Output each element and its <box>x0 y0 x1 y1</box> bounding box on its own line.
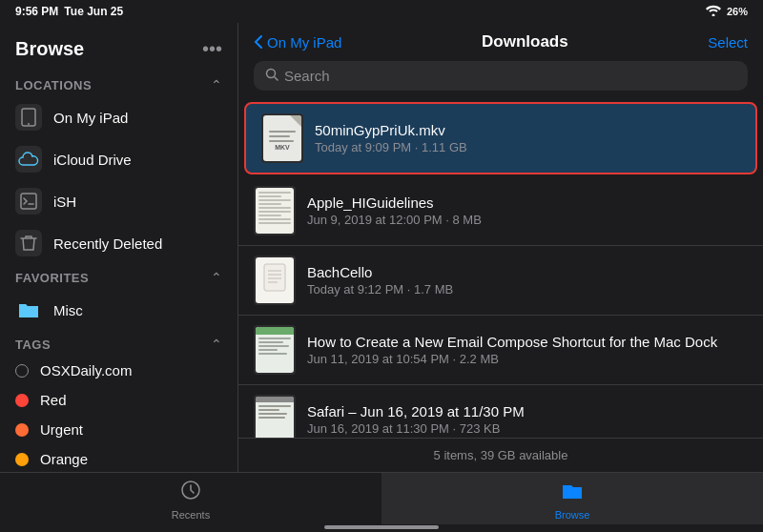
file-thumbnail-safari <box>254 395 296 438</box>
file-name-mkv: 50minGypPriUk.mkv <box>315 122 740 138</box>
back-label: On My iPad <box>267 34 341 51</box>
content-header: On My iPad Downloads Select <box>238 23 763 51</box>
home-indicator <box>0 524 763 532</box>
tags-chevron-icon[interactable]: ⌃ <box>211 337 222 352</box>
tag-urgent-dot <box>15 423 29 437</box>
file-name-safari: Safari – Jun 16, 2019 at 11/30 PM <box>307 403 748 419</box>
status-date: Tue Jun 25 <box>64 5 123 18</box>
sidebar-item-on-my-ipad[interactable]: On My iPad <box>0 96 237 138</box>
icloud-drive-label: iCloud Drive <box>53 152 132 168</box>
tag-red-dot <box>15 394 29 407</box>
file-info-safari: Safari – Jun 16, 2019 at 11/30 PM Jun 16… <box>307 403 748 436</box>
file-item-safari[interactable]: Safari – Jun 16, 2019 at 11/30 PM Jun 16… <box>238 385 763 438</box>
file-info-mkv: 50minGypPriUk.mkv Today at 9:09 PM · 1.1… <box>315 122 740 154</box>
tab-recents[interactable]: Recents <box>0 473 382 524</box>
tag-orange[interactable]: Orange <box>0 444 237 472</box>
tab-browse[interactable]: Browse <box>382 473 763 524</box>
file-item-hig[interactable]: Apple_HIGuidelines Jun 9, 2019 at 12:00 … <box>238 176 763 246</box>
file-meta-email-shortcut: Jun 11, 2019 at 10:54 PM · 2.2 MB <box>307 352 748 366</box>
file-meta-cello: Today at 9:12 PM · 1.7 MB <box>307 282 748 297</box>
search-bar[interactable]: Search <box>254 61 748 91</box>
sidebar-item-icloud-drive[interactable]: iCloud Drive <box>0 138 237 180</box>
sidebar-more-button[interactable]: ••• <box>202 38 222 60</box>
file-item-cello[interactable]: BachCello Today at 9:12 PM · 1.7 MB <box>238 246 763 316</box>
file-info-hig: Apple_HIGuidelines Jun 9, 2019 at 12:00 … <box>307 194 748 227</box>
ish-label: iSH <box>53 194 76 210</box>
home-bar <box>324 525 439 529</box>
tag-urgent-label: Urgent <box>40 421 83 438</box>
file-name-cello: BachCello <box>307 264 748 280</box>
file-info-email-shortcut: How to Create a New Email Compose Shortc… <box>307 334 748 366</box>
on-my-ipad-label: On My iPad <box>53 110 128 126</box>
status-bar: 9:56 PM Tue Jun 25 26% <box>0 0 763 23</box>
svg-rect-6 <box>264 264 285 291</box>
misc-label: Misc <box>53 302 83 318</box>
svg-point-0 <box>711 13 714 16</box>
sidebar: Browse ••• Locations ⌃ On My iPad i <box>0 23 238 472</box>
file-thumbnail-hig <box>254 186 296 235</box>
select-button[interactable]: Select <box>708 34 748 51</box>
nav-back-button[interactable]: On My iPad <box>254 34 341 51</box>
favorites-section-header: Favorites ⌃ <box>0 264 237 289</box>
status-footer: 5 items, 39 GB available <box>238 438 763 472</box>
tags-label: Tags <box>15 338 51 352</box>
content-area: On My iPad Downloads Select Search <box>238 23 763 472</box>
recently-deleted-label: Recently Deleted <box>53 235 162 252</box>
status-left: 9:56 PM Tue Jun 25 <box>15 5 123 18</box>
locations-section-header: Locations ⌃ <box>0 72 237 96</box>
folder-icon <box>15 297 42 323</box>
search-icon <box>265 68 278 84</box>
recents-tab-label: Recents <box>172 509 210 521</box>
bottom-nav: Recents Browse <box>0 472 763 524</box>
wifi-icon <box>706 5 721 19</box>
tags-section-header: Tags ⌃ <box>0 331 237 356</box>
status-text: 5 items, 39 GB available <box>434 448 568 462</box>
file-name-email-shortcut: How to Create a New Email Compose Shortc… <box>307 334 748 350</box>
locations-label: Locations <box>15 78 92 92</box>
browse-tab-label: Browse <box>555 509 590 521</box>
status-right: 26% <box>706 5 748 19</box>
tag-orange-label: Orange <box>40 451 88 467</box>
icloud-icon <box>15 146 42 173</box>
search-placeholder: Search <box>284 68 330 84</box>
page-title: Downloads <box>482 32 568 51</box>
tag-orange-dot <box>15 453 29 466</box>
browse-tab-icon <box>561 479 584 507</box>
ipad-icon <box>15 104 42 131</box>
svg-point-2 <box>28 123 30 125</box>
sidebar-item-misc[interactable]: Misc <box>0 289 237 331</box>
file-meta-mkv: Today at 9:09 PM · 1.11 GB <box>315 140 740 154</box>
file-info-cello: BachCello Today at 9:12 PM · 1.7 MB <box>307 264 748 297</box>
recents-tab-icon <box>179 479 202 507</box>
tag-osxdaily[interactable]: OSXDaily.com <box>0 356 237 385</box>
file-meta-hig: Jun 9, 2019 at 12:00 PM · 8 MB <box>307 213 748 227</box>
file-thumbnail-mkv: MKV <box>261 113 303 163</box>
sidebar-title: Browse <box>15 38 84 60</box>
tag-red[interactable]: Red <box>0 385 237 415</box>
file-thumbnail-email-shortcut <box>254 325 296 375</box>
tag-osxdaily-label: OSXDaily.com <box>40 362 132 379</box>
file-name-hig: Apple_HIGuidelines <box>307 194 748 211</box>
file-thumbnail-cello <box>254 256 296 305</box>
sidebar-header: Browse ••• <box>0 31 237 72</box>
file-meta-safari: Jun 16, 2019 at 11:30 PM · 723 KB <box>307 421 748 436</box>
svg-rect-3 <box>21 194 36 209</box>
file-item-mkv[interactable]: MKV 50minGypPriUk.mkv Today at 9:09 PM ·… <box>244 102 757 174</box>
main-layout: Browse ••• Locations ⌃ On My iPad i <box>0 23 763 472</box>
tag-urgent[interactable]: Urgent <box>0 415 237 444</box>
favorites-label: Favorites <box>15 271 89 285</box>
terminal-icon <box>15 188 42 215</box>
svg-point-5 <box>267 70 276 78</box>
file-list: MKV 50minGypPriUk.mkv Today at 9:09 PM ·… <box>238 100 763 438</box>
status-time: 9:56 PM <box>15 5 58 18</box>
sidebar-item-recently-deleted[interactable]: Recently Deleted <box>0 222 237 264</box>
trash-icon <box>15 230 42 256</box>
locations-chevron-icon[interactable]: ⌃ <box>211 77 222 92</box>
battery-indicator: 26% <box>727 6 748 17</box>
favorites-chevron-icon[interactable]: ⌃ <box>211 270 222 285</box>
sidebar-item-ish[interactable]: iSH <box>0 180 237 222</box>
file-item-email-shortcut[interactable]: How to Create a New Email Compose Shortc… <box>238 316 763 385</box>
tag-osxdaily-dot <box>15 364 29 378</box>
tag-red-label: Red <box>40 392 67 408</box>
